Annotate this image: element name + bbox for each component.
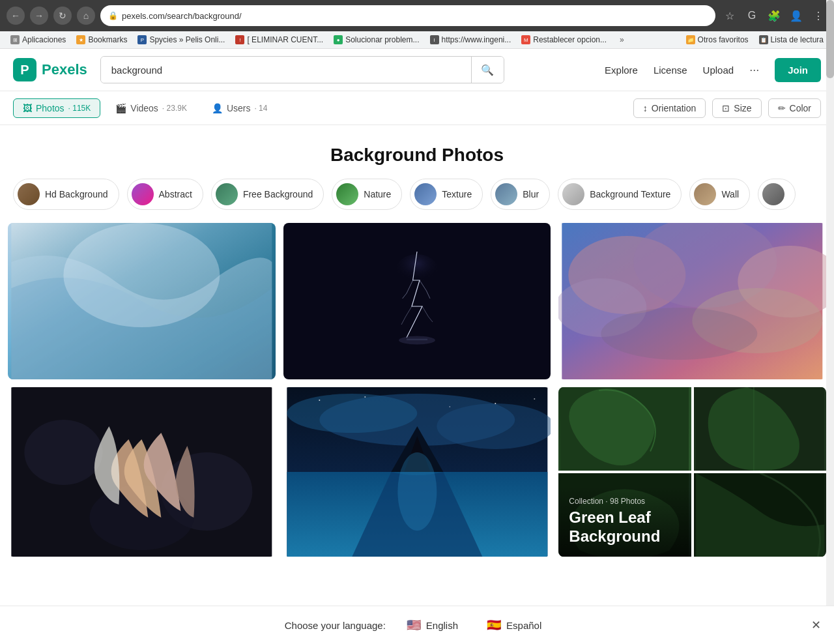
- scrollbar-thumb[interactable]: [826, 0, 834, 78]
- bookmarks-right: 📁 Otros favoritos 📋 Lista de lectura: [682, 34, 827, 46]
- svg-point-24: [397, 452, 437, 531]
- category-chip-free-background[interactable]: Free Background: [211, 179, 324, 210]
- category-chip-more[interactable]: [758, 179, 796, 210]
- bookmark-lista[interactable]: 📋 Lista de lectura: [755, 34, 827, 46]
- back-button[interactable]: ←: [7, 7, 25, 25]
- chip-label: Background Texture: [590, 189, 670, 199]
- bookmark-label: [ ELIMINAR CUENT...: [247, 35, 323, 44]
- browser-chrome: ← → ↻ ⌂ 🔒 pexels.com/search/background/ …: [0, 0, 834, 31]
- tab-photos-count: · 115K: [68, 104, 91, 113]
- category-chip-abstract[interactable]: Abstract: [127, 179, 203, 210]
- svg-rect-5: [407, 339, 427, 340]
- tab-photos[interactable]: 🖼 Photos · 115K: [13, 98, 100, 118]
- search-input[interactable]: [101, 57, 471, 83]
- more-button[interactable]: ···: [749, 63, 759, 77]
- collection-title: Green LeafBackground: [569, 508, 680, 546]
- chip-avatar-abstract: [132, 183, 154, 205]
- extensions-icon[interactable]: 🧩: [765, 7, 783, 25]
- green-leaf-grid: Collection · 98 Photos Green LeafBackgro…: [558, 387, 826, 557]
- bookmark-label: Restablecer opcion...: [533, 35, 607, 44]
- category-chip-hd-background[interactable]: Hd Background: [13, 179, 119, 210]
- orientation-button[interactable]: ↕ Orientation: [633, 98, 706, 118]
- bookmark-aplicaciones[interactable]: ⊞ Aplicaciones: [7, 34, 70, 46]
- bookmark-label: Bookmarks: [88, 35, 127, 44]
- tab-users-count: · 14: [254, 104, 267, 113]
- header-nav: Explore License Upload ··· Join: [605, 58, 821, 82]
- color-icon: ✏: [778, 103, 786, 113]
- bookmark-label: https://www.ingeni...: [442, 35, 511, 44]
- forward-button[interactable]: →: [30, 7, 48, 25]
- join-button[interactable]: Join: [775, 58, 821, 82]
- upload-link[interactable]: Upload: [703, 65, 734, 76]
- svg-point-25: [319, 400, 320, 401]
- lang-english-option[interactable]: 🇺🇸 English: [399, 614, 466, 636]
- photo-item-clouds[interactable]: [558, 223, 826, 379]
- category-chip-nature[interactable]: Nature: [332, 179, 402, 210]
- photo-blue-wave-image: [8, 223, 276, 379]
- bookmark-favicon: ★: [76, 35, 85, 44]
- close-language-bar-button[interactable]: ✕: [811, 618, 821, 632]
- bookmark-ingeni[interactable]: I https://www.ingeni...: [426, 34, 515, 46]
- photo-grid-bottom: Collection · 98 Photos Green LeafBackgro…: [0, 387, 834, 609]
- photo-grid-top: [0, 223, 834, 379]
- more-options-icon[interactable]: ⋮: [809, 7, 827, 25]
- photo-item-green-leaf[interactable]: Collection · 98 Photos Green LeafBackgro…: [558, 387, 826, 557]
- bookmarks-more-button[interactable]: »: [616, 34, 628, 46]
- bookmark-solucionar[interactable]: ● Solucionar problem...: [330, 34, 423, 46]
- bookmark-label: Otros favoritos: [698, 35, 749, 44]
- chip-label: Abstract: [159, 189, 192, 199]
- chip-label: Free Background: [243, 189, 313, 199]
- bookmark-label: Lista de lectura: [771, 35, 824, 44]
- orientation-icon: ↕: [643, 103, 648, 113]
- users-icon: 👤: [212, 103, 223, 113]
- photo-item-lightning[interactable]: [283, 223, 551, 379]
- size-icon: ⊡: [722, 103, 730, 113]
- reload-button[interactable]: ↻: [53, 7, 72, 25]
- svg-point-20: [437, 403, 551, 449]
- svg-point-14: [24, 420, 102, 485]
- bookmark-spycies[interactable]: P Spycies » Pelis Onli...: [134, 34, 229, 46]
- scrollbar[interactable]: [826, 0, 834, 644]
- category-chip-texture[interactable]: Texture: [410, 179, 483, 210]
- color-button[interactable]: ✏ Color: [768, 98, 821, 118]
- bookmark-restablecer[interactable]: M Restablecer opcion...: [517, 34, 611, 46]
- green-leaf-collection-overlay: Collection · 98 Photos Green LeafBackgro…: [558, 473, 691, 557]
- category-chip-blur[interactable]: Blur: [491, 179, 550, 210]
- chip-avatar-more: [762, 183, 784, 205]
- bookmark-favicon: P: [137, 35, 147, 44]
- svg-point-12: [601, 308, 758, 360]
- photo-item-blue-wave[interactable]: [8, 223, 276, 379]
- pexels-logo[interactable]: P Pexels: [13, 58, 87, 81]
- chip-avatar-nature: [336, 183, 358, 205]
- size-button[interactable]: ⊡ Size: [712, 98, 761, 118]
- tab-videos-count: · 23.9K: [162, 104, 187, 113]
- photo-item-river[interactable]: [283, 387, 551, 557]
- lang-espanol-option[interactable]: 🇪🇸 Español: [479, 614, 549, 636]
- page-title: Background Photos: [0, 125, 834, 179]
- explore-link[interactable]: Explore: [605, 65, 638, 76]
- search-button[interactable]: 🔍: [471, 57, 504, 83]
- bookmarks-bar: ⊞ Aplicaciones ★ Bookmarks P Spycies » P…: [0, 31, 834, 49]
- photos-icon: 🖼: [23, 103, 32, 113]
- license-link[interactable]: License: [654, 65, 687, 76]
- bookmark-favicon: I: [430, 35, 439, 44]
- category-chip-background-texture[interactable]: Background Texture: [558, 179, 682, 210]
- bookmark-otros[interactable]: 📁 Otros favoritos: [682, 34, 753, 46]
- profile-icon[interactable]: 👤: [787, 7, 805, 25]
- pexels-header: P Pexels 🔍 Explore License Upload ··· Jo…: [0, 49, 834, 91]
- size-label: Size: [734, 103, 751, 113]
- bookmark-favicon: 📋: [759, 35, 768, 44]
- translate-icon[interactable]: G: [743, 7, 761, 25]
- search-bar: 🔍: [100, 56, 504, 83]
- tab-videos[interactable]: 🎬 Videos · 23.9K: [106, 98, 197, 118]
- star-icon[interactable]: ☆: [721, 7, 739, 25]
- home-button[interactable]: ⌂: [77, 7, 95, 25]
- photo-item-feathers[interactable]: [8, 387, 276, 557]
- category-chip-wall[interactable]: Wall: [689, 179, 750, 210]
- bookmark-bookmarks[interactable]: ★ Bookmarks: [72, 34, 131, 46]
- photo-feathers-image: [8, 387, 276, 557]
- chip-avatar-blur: [495, 183, 517, 205]
- address-bar[interactable]: 🔒 pexels.com/search/background/: [100, 5, 715, 26]
- tab-users[interactable]: 👤 Users · 14: [202, 98, 278, 118]
- bookmark-eliminar[interactable]: ! [ ELIMINAR CUENT...: [231, 34, 327, 46]
